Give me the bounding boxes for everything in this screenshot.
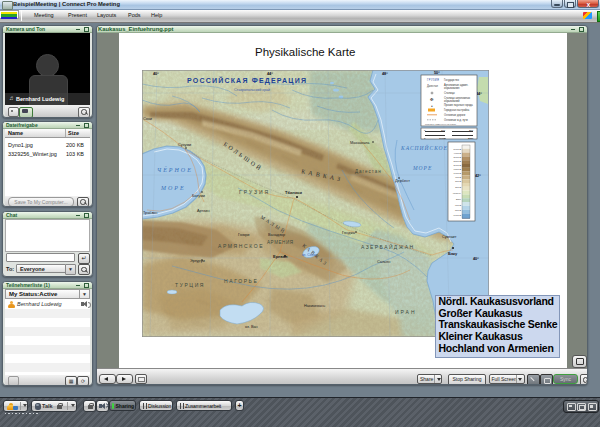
svg-text:Сумгаит: Сумгаит <box>442 235 457 239</box>
svg-text:Сочи: Сочи <box>143 117 152 121</box>
svg-text:50°: 50° <box>434 71 440 75</box>
svg-text:оз. Ван: оз. Ван <box>245 325 258 329</box>
svg-text:1.500 м: 1.500 м <box>453 168 461 170</box>
svg-text:44°: 44° <box>267 72 273 76</box>
svg-text:2.500 м: 2.500 м <box>453 160 461 162</box>
svg-text:700 м: 700 м <box>455 176 461 178</box>
svg-text:ИРАН: ИРАН <box>395 309 417 315</box>
svg-text:●: ● <box>431 104 433 108</box>
svg-text:Дагестан: Дагестан <box>427 84 438 88</box>
svg-text:образования: образования <box>444 86 460 90</box>
svg-text:100: 100 <box>441 129 446 132</box>
svg-text:НАГОРЬЕ: НАГОРЬЕ <box>224 278 258 284</box>
svg-text:Дагестан: Дагестан <box>355 169 382 174</box>
svg-text:Сальян: Сальян <box>377 260 390 264</box>
svg-text:3.000 м: 3.000 м <box>453 156 461 158</box>
svg-text:-1.000 м: -1.000 м <box>453 214 462 216</box>
svg-text:ТУРЦИЯ: ТУРЦИЯ <box>175 282 205 288</box>
svg-text:Артвин: Артвин <box>197 209 210 213</box>
svg-text:АРМЯНСКОЕ: АРМЯНСКОЕ <box>218 243 264 249</box>
svg-text:РОССИЙСКАЯ ФЕДЕРАЦИЯ: РОССИЙСКАЯ ФЕДЕРАЦИЯ <box>187 76 307 85</box>
svg-text:4.000 м: 4.000 м <box>453 152 461 154</box>
svg-text:Столицы: Столицы <box>444 91 455 95</box>
svg-text:42°: 42° <box>475 174 481 178</box>
svg-text:Баку: Баку <box>448 251 458 256</box>
svg-text:Городская застройка: Городская застройка <box>444 108 470 112</box>
svg-text:моря: моря <box>456 198 462 200</box>
svg-text:ГРУЗИЯ: ГРУЗИЯ <box>427 78 439 82</box>
svg-text:Границы отмечены на карте: Границы отмечены на карте <box>425 123 457 126</box>
svg-text:500 м: 500 м <box>455 180 461 182</box>
svg-text:Тбилиси: Тбилиси <box>285 190 303 195</box>
svg-text:200: 200 <box>469 129 474 132</box>
svg-text:образований: образований <box>444 99 460 103</box>
svg-text:Трабзон: Трабзон <box>143 211 157 215</box>
svg-text:40°: 40° <box>153 72 159 76</box>
svg-text:-500 м: -500 м <box>455 209 462 211</box>
svg-text:КАСПИЙСКОЕ: КАСПИЙСКОЕ <box>400 144 448 151</box>
svg-text:Гянджа: Гянджа <box>342 231 356 235</box>
svg-text:2.000 м: 2.000 м <box>453 164 461 166</box>
svg-text:Дербент: Дербент <box>395 179 410 183</box>
svg-text:-100 м: -100 м <box>455 204 462 206</box>
svg-text:АЗЕРБАЙДЖАН: АЗЕРБАЙДЖАН <box>361 243 414 250</box>
svg-text:оз. Севан: оз. Севан <box>302 253 317 257</box>
svg-text:МОРЕ: МОРЕ <box>160 185 186 191</box>
svg-text:40°: 40° <box>473 257 479 261</box>
svg-text:ГРУЗИЯ: ГРУЗИЯ <box>239 189 270 195</box>
svg-text:МОРЕ: МОРЕ <box>412 165 432 171</box>
svg-text:Государство: Государство <box>444 78 459 82</box>
svg-text:Нахичевань: Нахичевань <box>304 304 325 308</box>
svg-text:1.000 м: 1.000 м <box>453 172 461 174</box>
svg-text:5.000 м: 5.000 м <box>453 148 461 150</box>
svg-text:Эрзурум: Эрзурум <box>190 259 205 263</box>
svg-text:Прочие научные города: Прочие научные города <box>444 103 473 107</box>
svg-text:200 м: 200 м <box>455 186 461 188</box>
svg-text:Ставропольский край: Ставропольский край <box>234 88 270 92</box>
svg-text:Основные ж.д. пути: Основные ж.д. пути <box>444 118 468 122</box>
svg-text:ЧЁРНОЕ: ЧЁРНОЕ <box>157 166 193 173</box>
svg-text:Батуми: Батуми <box>192 194 205 198</box>
svg-text:АРМЕНИЯ: АРМЕНИЯ <box>267 240 294 245</box>
svg-text:48°: 48° <box>382 72 388 76</box>
svg-text:миль: миль <box>468 137 474 140</box>
svg-text:уровень: уровень <box>453 192 462 194</box>
svg-text:Гюмри: Гюмри <box>238 233 250 237</box>
svg-text:Ванадзор: Ванадзор <box>268 233 285 237</box>
svg-text:Сухуми: Сухуми <box>178 143 191 147</box>
svg-text:100км: 100км <box>439 137 446 140</box>
svg-text:Махачкала: Махачкала <box>350 141 370 145</box>
svg-text:Основные дороги: Основные дороги <box>444 113 466 117</box>
